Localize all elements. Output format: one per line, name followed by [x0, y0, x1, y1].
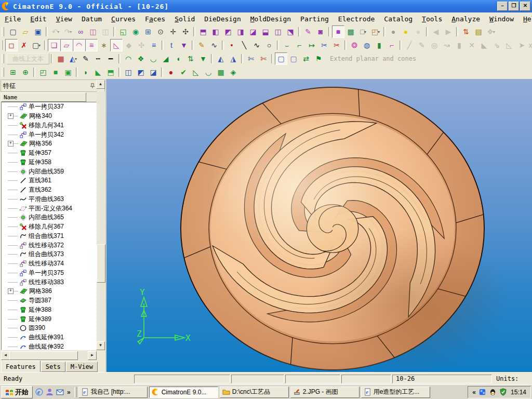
tree-item[interactable]: 线性移动383: [2, 277, 96, 287]
analyze-point-button[interactable]: ●: [165, 66, 177, 78]
unselect-button[interactable]: ✗: [18, 39, 30, 51]
menu-datum[interactable]: Datum: [77, 14, 107, 24]
camera-view-button[interactable]: ◙: [314, 25, 327, 38]
expand-toggle[interactable]: +: [8, 288, 14, 294]
tree-item[interactable]: 移除几何341: [2, 121, 96, 130]
link-views-button[interactable]: ∞: [74, 25, 87, 38]
quick-launch-overflow[interactable]: »: [67, 389, 71, 396]
swap-direction-button[interactable]: ⇄: [300, 52, 312, 65]
surface-swirl-button[interactable]: ❂: [348, 39, 361, 51]
curve-editor-button[interactable]: ∿: [208, 39, 220, 51]
sketcher-button[interactable]: ✎: [195, 39, 208, 51]
view-bottom-button[interactable]: ⬓: [259, 25, 272, 38]
tree-item[interactable]: 直线362: [2, 185, 96, 195]
tray-collapse-icon[interactable]: «: [472, 389, 476, 396]
color-table-button[interactable]: ▦: [55, 52, 67, 65]
surface-mid-button[interactable]: ⇅: [184, 52, 197, 65]
tree-item[interactable]: 内部曲线365: [2, 213, 96, 222]
filter-edges-button[interactable]: ≡: [85, 39, 98, 51]
filter-list-button[interactable]: ≡: [148, 39, 160, 51]
region-box-button[interactable]: ▢: [275, 52, 287, 65]
stitch-frame-button[interactable]: ▦: [215, 66, 227, 78]
surface-funnel-button[interactable]: ▼: [197, 52, 209, 65]
restore-button[interactable]: ❐: [509, 2, 519, 11]
surface-drive-button[interactable]: ❖: [135, 52, 147, 65]
cut-curve-button[interactable]: ✂: [318, 39, 330, 51]
tree-item[interactable]: 组合曲线371: [2, 232, 96, 241]
extend-curve-tool-button[interactable]: ↦: [305, 39, 318, 51]
fit-view-button[interactable]: ◱: [117, 25, 129, 38]
tree-item[interactable]: 线性移动372: [2, 241, 96, 250]
line-button[interactable]: ╲: [238, 39, 250, 51]
region-edit-button[interactable]: ▢: [287, 52, 300, 65]
split-faces-button[interactable]: ◭: [215, 52, 227, 65]
sphere-tool-button[interactable]: ◍: [361, 39, 373, 51]
filter-funnel-button[interactable]: ▼: [178, 39, 190, 51]
stamp-three-button[interactable]: ◪: [147, 66, 159, 78]
paint-bucket-button[interactable]: ◭▾: [67, 52, 79, 65]
tree-item[interactable]: 单一拷贝375: [2, 269, 96, 278]
menu-curves[interactable]: Curves: [107, 14, 140, 24]
tree-item[interactable]: 组合曲线373: [2, 250, 96, 259]
box-open-button[interactable]: ◰: [37, 66, 49, 78]
tree-item[interactable]: 延伸357: [2, 149, 96, 158]
view-right-button[interactable]: ◨: [234, 25, 247, 38]
tab-m-view[interactable]: M-View: [66, 362, 98, 372]
solid-add-button[interactable]: ⊕: [19, 66, 32, 78]
box-solid-button[interactable]: ■: [49, 66, 62, 78]
menu-electrode[interactable]: Electrode: [334, 14, 379, 24]
point-button[interactable]: •: [225, 39, 238, 51]
filter-loops-button[interactable]: ◠: [73, 39, 85, 51]
pick-box-button[interactable]: ▢▾: [30, 39, 43, 51]
open-folder-button[interactable]: ▱: [19, 25, 32, 38]
sketch-view-button[interactable]: ✎: [302, 25, 314, 38]
menu-faces[interactable]: Faces: [140, 14, 170, 24]
tree-item[interactable]: 延伸388: [2, 305, 96, 315]
view-isometric-button[interactable]: ⬒: [197, 25, 209, 38]
pan-button[interactable]: ✛: [167, 25, 179, 38]
rotate-view-button[interactable]: ✣: [179, 25, 192, 38]
tree-item[interactable]: 曲线延伸392: [2, 342, 96, 351]
viewport-3d[interactable]: YXZ: [107, 79, 532, 372]
taskbar-task[interactable]: 用e造型的工艺...: [361, 387, 430, 398]
light-on-button[interactable]: ●: [400, 25, 412, 38]
surface-wrap-button[interactable]: ◖: [172, 52, 184, 65]
menu-solid[interactable]: Solid: [170, 14, 200, 24]
taskbar-task[interactable]: 我自己 [http:...: [78, 387, 148, 398]
tree-item[interactable]: 移除几何367: [2, 222, 96, 232]
split-all-button[interactable]: ◮: [227, 52, 240, 65]
minimize-button[interactable]: －: [497, 2, 508, 11]
menu-parting[interactable]: Parting: [296, 14, 334, 24]
view-axonometric-button[interactable]: ⬔: [284, 25, 297, 38]
filter-sketches-button[interactable]: ◺: [110, 39, 123, 51]
pin-icon[interactable]: [89, 83, 96, 89]
solid-new-button[interactable]: ⊞: [7, 66, 19, 78]
tree-item[interactable]: +网格386: [2, 287, 96, 296]
line-width-button[interactable]: ━: [104, 52, 117, 65]
menu-analyze[interactable]: Analyze: [447, 14, 485, 24]
trim-red-button[interactable]: ✄: [257, 52, 270, 65]
scroll-down-icon[interactable]: ▼: [96, 341, 105, 350]
close-button[interactable]: ✕: [520, 2, 530, 11]
zoom-window-button[interactable]: ⊞: [142, 25, 154, 38]
probe-tool-button[interactable]: ◈: [227, 66, 240, 78]
new-file-button[interactable]: ▢: [7, 25, 19, 38]
stamp-one-button[interactable]: ◫: [122, 66, 135, 78]
box-shell-button[interactable]: ▣: [62, 66, 74, 78]
tree-item[interactable]: 内部曲线359: [2, 167, 96, 176]
wireframe-mode-button[interactable]: □▾: [357, 25, 369, 38]
menu-tools[interactable]: Tools: [417, 14, 447, 24]
pick-entity-button[interactable]: ◻: [5, 39, 18, 51]
tree-vertical-scrollbar[interactable]: ▲ ▼: [97, 91, 105, 350]
scroll-up-icon[interactable]: ▲: [96, 80, 105, 89]
tree-item[interactable]: 单一拷贝342: [2, 130, 96, 139]
filter-text-button[interactable]: t: [165, 39, 178, 51]
textured-mode-button[interactable]: ▩: [344, 25, 357, 38]
trim-blue-button[interactable]: ✄: [245, 52, 257, 65]
tree-item[interactable]: 线性移动374: [2, 259, 96, 269]
tab-features[interactable]: Features: [1, 361, 41, 372]
flip-normal-button[interactable]: ⚑: [312, 52, 325, 65]
menu-help[interactable]: Help: [518, 14, 532, 24]
circle-button[interactable]: ○: [263, 39, 275, 51]
vertical-scroll-thumb[interactable]: [97, 244, 105, 283]
